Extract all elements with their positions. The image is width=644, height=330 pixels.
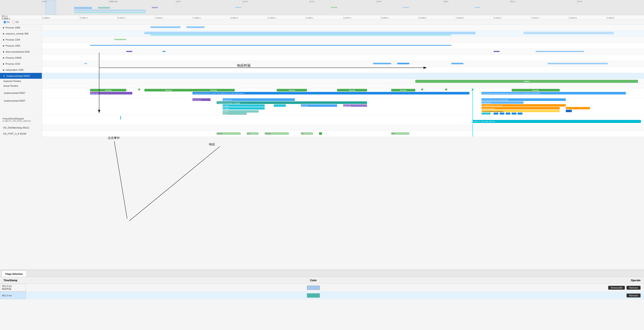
ability-page-text: H:ABILITY_OR_PAGE_SWITCH	[2, 120, 31, 122]
track-process-1532[interactable]	[42, 61, 644, 67]
mark-3: 2.4 s	[243, 0, 310, 4]
flag-row-1: 391.6 ms 响应时延 RemoveAll Remove	[0, 284, 644, 292]
binder-trans-bar: binder trans...	[90, 92, 132, 95]
process-1008-text: Process 1008	[6, 26, 20, 29]
g2-radio[interactable]	[12, 21, 15, 24]
resource-schedu-label[interactable]: ▶ resource_schedu 958	[0, 31, 42, 37]
track-process-24648[interactable]	[42, 55, 644, 61]
process-1532-label[interactable]: ▶ Process 1532	[0, 61, 42, 67]
zm-11: 0.4003 s	[456, 15, 494, 20]
process-1008-label[interactable]: ▶ Process 1008	[0, 25, 42, 31]
remove-all-button[interactable]: RemoveAll	[608, 286, 625, 290]
g2-label: G2	[16, 21, 18, 23]
track-actual-timeline[interactable]	[42, 84, 644, 88]
row-touch-event: H:touchEventDispatch H:ABILITY_OR_PAGE_S…	[0, 115, 644, 125]
create-task-bar: H:CreateTaskMeasure[stage][se...	[482, 110, 560, 112]
ts-line-1a: 391.6 ms	[2, 285, 26, 287]
track-expected-timeline[interactable]: 351864	[42, 79, 644, 84]
g2-radio-label[interactable]: G2	[12, 21, 18, 24]
os-dfx-text: OS_DfxWatchdog 55012	[3, 126, 29, 129]
flush-layout-bar: H:FlushLayoutTask	[482, 107, 560, 109]
execute-js-bar: H:ExecuteJS	[223, 98, 295, 101]
os-ffrt-label: OS_FFRT_3_6 55236	[0, 131, 42, 137]
process-1304-label[interactable]: ▶ Process 1304	[0, 37, 42, 43]
row-huawei-preload-main: .huawei.preload 55007 Running Running Ru…	[0, 88, 644, 98]
operate-header: Operate	[601, 279, 644, 282]
huawei-preload-label[interactable]: ▼ .huawei.preload 55007	[0, 73, 42, 79]
mark-7: 5.6 s	[510, 0, 577, 4]
flags-selection-tab[interactable]: Flags Selection	[2, 271, 26, 277]
tracks-scroll-area[interactable]: ▶ Process 1008 ▶ resource_schedu 958	[0, 25, 644, 270]
track-huawei-preload-sub[interactable]: binder trans... H:ExecuteJS H:PageRouter…	[42, 98, 644, 115]
sou-bar: H:Sou...	[223, 113, 247, 115]
track-process-1463[interactable]	[42, 43, 644, 49]
remove-button-2[interactable]: Remove	[626, 293, 640, 297]
runnable-bar-5: Runm...	[391, 132, 409, 135]
process-24648-label[interactable]: ▶ Process 24648	[0, 55, 42, 61]
binder-tran2-bar: binder tran...	[343, 104, 367, 107]
g1-radio-label[interactable]: G1	[4, 21, 10, 24]
actual-timeline-label: Actual Timeline	[0, 84, 42, 88]
zm-4: 0.3933 s	[192, 15, 230, 20]
actual-timeline-text: Actual Timeline	[4, 85, 18, 87]
mark-6: 4.8 s	[443, 0, 510, 4]
mark-2: 1.6 s	[176, 0, 243, 4]
track-process-1008[interactable]	[42, 25, 644, 31]
ohos-sceneboard-label[interactable]: ▶ ohos.sceneboard 2625	[0, 49, 42, 55]
track-touch-event[interactable]: H:ABILITY_OR_PAGE_SWITCH	[42, 115, 644, 125]
color-header: Color	[26, 279, 601, 282]
running-bar-3: Running	[192, 89, 235, 92]
os-dfx-label: OS_DfxWatchdog 55012	[0, 125, 42, 131]
netsynative-label[interactable]: ▶ netsynative 1505	[0, 67, 42, 73]
ui-task-scheduler-bar: H:UITaskScheduler::FlushTask	[482, 104, 566, 107]
expand-arrow-huawei[interactable]: ▼	[3, 75, 5, 77]
running-bar-7: Running	[512, 89, 560, 92]
response-text: 响应	[209, 143, 215, 146]
expand-arrow-1532[interactable]: ▶	[3, 63, 4, 65]
track-huawei-preload-header[interactable]	[42, 73, 644, 79]
cyan-line-touch	[472, 115, 473, 125]
mark-1: 798.8 ms	[109, 0, 176, 4]
zm-12: 0.4013 s	[494, 15, 531, 20]
ts-line-2a: 401.0 ms	[2, 294, 26, 297]
runnable-bar-1: Runnable	[216, 132, 241, 135]
zm-8: 0.3973 s	[343, 15, 381, 20]
track-ohos-sceneboard[interactable]	[42, 49, 644, 55]
runnable-bar-3: Runnable...	[265, 132, 289, 135]
track-huawei-preload-main[interactable]: Running Running Running Running	[42, 88, 644, 98]
remove-button-1[interactable]: Remove	[626, 286, 640, 290]
touch-event-label: H:touchEventDispatch H:ABILITY_OR_PAGE_S…	[0, 115, 42, 125]
on-vsync-bar: H:OnVsyncEvent now:71007004251397	[482, 98, 566, 101]
track-process-1304[interactable]	[42, 37, 644, 43]
bottom-content: TimeStamp Color Operate 391.6 ms 响应时延	[0, 277, 644, 330]
ohos-sceneboard-text: ohos.sceneboard 2625	[6, 51, 30, 53]
expand-arrow-schedu[interactable]: ▶	[3, 33, 4, 35]
expand-arrow-netsynative[interactable]: ▶	[3, 69, 4, 71]
track-os-dfx[interactable]	[42, 125, 644, 131]
huawei-preload-sub-text: .huawei.preload 55007	[4, 100, 25, 102]
fl-bar: H:Fl...	[566, 107, 590, 109]
expand-arrow-1304[interactable]: ▶	[3, 39, 4, 41]
operate-cell-2: Remove	[601, 293, 644, 297]
row-os-dfx: OS_DfxWatchdog 55012	[0, 125, 644, 131]
zm-1: 0.3903 s	[80, 15, 118, 20]
expand-arrow-1008[interactable]: ▶	[3, 27, 4, 29]
bottom-header: TimeStamp Color Operate	[0, 277, 644, 284]
flag-row-2: 401.0 ms Remove	[0, 292, 644, 299]
timestamp-cell-1: 391.6 ms 响应时延	[0, 284, 26, 291]
track-resource-schedu[interactable]	[42, 31, 644, 37]
zm-15: 0.4043 s	[606, 15, 644, 20]
mark-8: 6.4 s	[577, 0, 644, 4]
g-selector-row: G1 G2	[0, 20, 644, 25]
expand-arrow-24648[interactable]: ▶	[3, 57, 4, 59]
track-netsynative[interactable]	[42, 67, 644, 73]
row-actual-timeline: Actual Timeline	[0, 84, 644, 88]
g1-radio[interactable]	[4, 21, 6, 24]
dispatch-touch-bar: H:DispatchTouchEvent id:0, pointX=551.00…	[192, 92, 470, 95]
zoomed-ruler-marks: 0.3893 s 0.3903 s 0.3913 s 0.3923 s 0.39…	[42, 15, 644, 20]
track-os-ffrt[interactable]: Runnable Runs... Runnable... Run...	[42, 131, 644, 137]
expand-arrow-1463[interactable]: ▶	[3, 45, 4, 47]
expand-arrow-ohos[interactable]: ▶	[3, 51, 4, 53]
netsynative-text: netsynative 1505	[6, 69, 24, 71]
process-1463-label[interactable]: ▶ Process 1463	[0, 43, 42, 49]
